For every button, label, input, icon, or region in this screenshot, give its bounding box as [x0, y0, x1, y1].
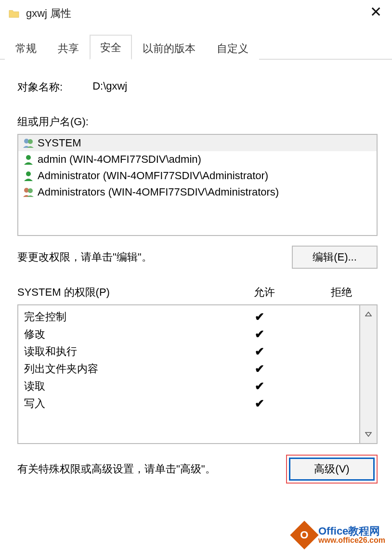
permission-row[interactable]: 读取和执行 ✔ [18, 343, 359, 360]
window-title: gxwj 属性 [26, 6, 71, 21]
object-name-value: D:\gxwj [92, 80, 127, 94]
permission-name: 列出文件夹内容 [24, 362, 223, 376]
allow-check-icon: ✔ [223, 397, 296, 410]
permission-name: 读取 [24, 379, 223, 393]
permission-row[interactable]: 读取 ✔ [18, 378, 359, 395]
list-item-label: Administrators (WIN-4OMFI77SDIV\Administ… [38, 186, 279, 198]
permissions-for-label: SYSTEM 的权限(P) [17, 285, 223, 300]
allow-check-icon: ✔ [223, 310, 296, 324]
watermark-url: www.office26.com [318, 537, 385, 545]
permission-name: 完全控制 [24, 310, 223, 324]
column-allow: 允许 [223, 285, 305, 300]
list-item[interactable]: admin (WIN-4OMFI77SDIV\admin) [18, 151, 377, 168]
advanced-hint-text: 有关特殊权限或高级设置，请单击"高级"。 [17, 462, 286, 476]
allow-check-icon: ✔ [223, 327, 296, 341]
tabs-container: 常规 共享 安全 以前的版本 自定义 [0, 35, 392, 60]
list-item-label: admin (WIN-4OMFI77SDIV\admin) [38, 153, 201, 166]
close-button[interactable]: ✕ [368, 6, 383, 21]
tab-general[interactable]: 常规 [5, 36, 47, 60]
object-name-label: 对象名称: [17, 80, 63, 94]
group-icon [22, 137, 35, 149]
svg-point-3 [26, 171, 31, 176]
permission-name: 读取和执行 [24, 344, 223, 359]
advanced-highlight-box: 高级(V) [286, 455, 378, 484]
edit-button[interactable]: 编辑(E)... [292, 246, 378, 269]
scrollbar[interactable] [359, 305, 377, 443]
groups-listbox[interactable]: SYSTEM admin (WIN-4OMFI77SDIV\admin) Adm… [17, 134, 378, 236]
group-icon [22, 186, 35, 198]
permission-name: 写入 [24, 396, 223, 411]
edit-row: 要更改权限，请单击"编辑"。 编辑(E)... [17, 246, 378, 269]
permission-row[interactable]: 列出文件夹内容 ✔ [18, 360, 359, 378]
permission-row[interactable]: 完全控制 ✔ [18, 308, 359, 326]
allow-check-icon: ✔ [223, 380, 296, 393]
column-deny: 拒绝 [305, 285, 378, 300]
permission-name: 修改 [24, 327, 223, 341]
scroll-down-icon[interactable] [360, 426, 377, 443]
advanced-row: 有关特殊权限或高级设置，请单击"高级"。 高级(V) [17, 455, 378, 484]
list-item-label: Administrator (WIN-4OMFI77SDIV\Administr… [38, 170, 268, 182]
watermark-title: Office教程网 [318, 525, 385, 537]
list-item-label: SYSTEM [38, 137, 81, 149]
security-tab-content: 对象名称: D:\gxwj 组或用户名(G): SYSTEM admin (WI… [0, 60, 392, 488]
tab-sharing[interactable]: 共享 [47, 36, 90, 60]
groups-label: 组或用户名(G): [17, 115, 378, 129]
permission-row[interactable]: 写入 ✔ [18, 395, 359, 412]
user-icon [22, 154, 35, 165]
watermark: O Office教程网 www.office26.com [294, 525, 385, 545]
advanced-button[interactable]: 高级(V) [289, 458, 375, 481]
permissions-header: SYSTEM 的权限(P) 允许 拒绝 [17, 285, 378, 300]
edit-hint-text: 要更改权限，请单击"编辑"。 [17, 250, 292, 264]
svg-point-2 [26, 155, 31, 160]
object-name-row: 对象名称: D:\gxwj [17, 80, 378, 94]
user-icon [22, 170, 35, 182]
tab-security[interactable]: 安全 [90, 35, 132, 60]
svg-point-5 [28, 188, 33, 193]
allow-check-icon: ✔ [223, 362, 296, 376]
scroll-up-icon[interactable] [360, 305, 377, 323]
watermark-icon: O [290, 521, 318, 549]
list-item[interactable]: Administrators (WIN-4OMFI77SDIV\Administ… [18, 184, 377, 200]
scrollbar-track[interactable] [360, 323, 377, 426]
folder-icon [9, 9, 19, 18]
permission-row[interactable]: 修改 ✔ [18, 326, 359, 343]
tab-customize[interactable]: 自定义 [206, 36, 259, 60]
titlebar: gxwj 属性 ✕ [0, 0, 392, 26]
allow-check-icon: ✔ [223, 345, 296, 358]
list-item[interactable]: SYSTEM [18, 135, 377, 151]
permissions-listbox: 完全控制 ✔ 修改 ✔ 读取和执行 ✔ 列出文件夹内容 ✔ 读取 ✔ [17, 304, 378, 444]
svg-point-1 [28, 139, 33, 144]
tab-previous-versions[interactable]: 以前的版本 [132, 36, 206, 60]
list-item[interactable]: Administrator (WIN-4OMFI77SDIV\Administr… [18, 168, 377, 184]
